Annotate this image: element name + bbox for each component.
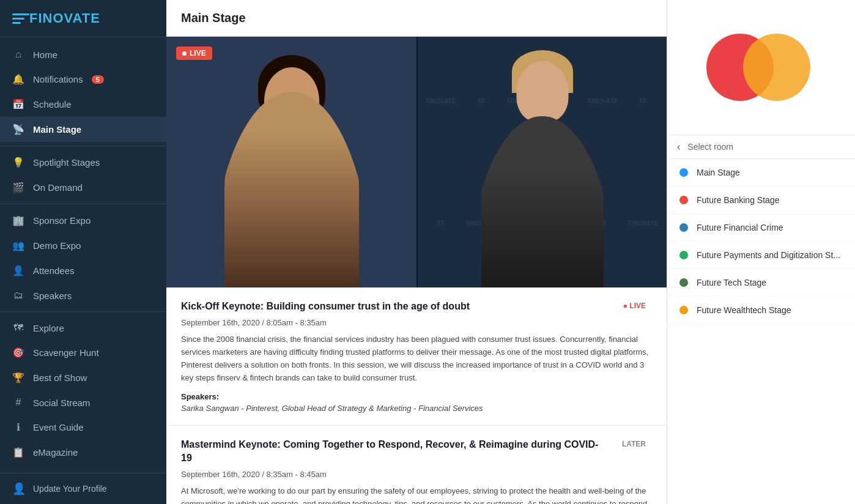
session-desc-1: Since the 2008 financial crisis, the fin…: [181, 333, 652, 384]
content-area: Main Stage FINOVATE: [166, 0, 855, 504]
sidebar-item-emagazine[interactable]: 📋 eMagazine: [0, 440, 166, 465]
page-title: Main Stage: [166, 0, 667, 37]
sidebar-item-label: Explore: [33, 323, 64, 333]
video-left: [166, 37, 416, 287]
sidebar-item-scavenger[interactable]: 🎯 Scavenger Hunt: [0, 340, 166, 365]
session-speakers-name-1: Sarika Sangwan - Pinterest, Global Head …: [181, 404, 652, 413]
notification-badge: 5: [92, 75, 104, 84]
session-speakers-label-1: Speakers:: [181, 392, 652, 401]
room-item-future-banking[interactable]: Future Banking Stage: [667, 187, 855, 214]
spotlight-icon: 💡: [12, 157, 24, 168]
session-time-1: September 16th, 2020 / 8:05am - 8:35am: [181, 318, 652, 327]
sponsor-logo: [667, 0, 855, 135]
demo-icon: 👥: [12, 240, 24, 251]
room-item-future-tech[interactable]: Future Tech Stage: [667, 269, 855, 297]
room-name-future-banking: Future Banking Stage: [697, 195, 779, 205]
broadcast-icon: 📡: [12, 124, 24, 135]
sidebar-item-attendees[interactable]: 👤 Attendees: [0, 258, 166, 283]
sidebar-item-label: Social Stream: [33, 398, 90, 408]
session-card-1: Kick-Off Keynote: Building consumer trus…: [166, 287, 667, 426]
explore-icon: 🗺: [12, 322, 24, 333]
nav-divider-2: [0, 204, 166, 204]
sidebar-item-on-demand[interactable]: 🎬 On Demand: [0, 175, 166, 200]
sidebar-item-label: Schedule: [33, 99, 72, 109]
person-face-right: [516, 61, 568, 122]
video-right: FINOVATE FF FINOVATE FF FINOVATE FF FF F…: [416, 37, 667, 287]
scavenger-icon: 🎯: [12, 347, 24, 358]
info-icon: ℹ: [12, 421, 24, 433]
nav-divider-1: [0, 146, 166, 146]
room-dot-future-wealthtech: [679, 306, 688, 314]
sidebar-item-demo-expo[interactable]: 👥 Demo Expo: [0, 233, 166, 258]
sidebar-item-home[interactable]: ⌂ Home: [0, 42, 166, 67]
session-status-1: LIVE: [617, 300, 652, 312]
update-profile-button[interactable]: 👤 Update Your Profile: [0, 473, 166, 504]
sidebar-item-label: Scavenger Hunt: [33, 347, 99, 358]
room-dot-future-banking: [679, 196, 688, 204]
attendees-icon: 👤: [12, 265, 24, 276]
room-name-future-tech: Future Tech Stage: [697, 278, 766, 287]
right-panel: ‹ Select room Main Stage Future Banking …: [667, 0, 855, 504]
room-dot-future-tech: [679, 278, 688, 287]
session-title-1: Kick-Off Keynote: Building consumer trus…: [181, 300, 617, 313]
nav-section-top: ⌂ Home 🔔 Notifications 5 📅 Schedule 📡 Ma…: [0, 37, 166, 473]
magazine-icon: 📋: [12, 447, 24, 458]
sidebar-item-label: Speakers: [33, 291, 72, 301]
select-room-label: Select room: [687, 142, 845, 152]
video-background: FINOVATE FF FINOVATE FF FINOVATE FF FF F…: [166, 37, 667, 287]
sidebar-item-speakers[interactable]: 🗂 Speakers: [0, 283, 166, 308]
main-content: Main Stage FINOVATE: [166, 0, 855, 504]
bell-icon: 🔔: [12, 73, 24, 85]
profile-label: Update Your Profile: [33, 484, 107, 494]
sidebar-item-best-of-show[interactable]: 🏆 Best of Show: [0, 365, 166, 390]
sidebar-item-social-stream[interactable]: # Social Stream: [0, 390, 166, 415]
room-list: Main Stage Future Banking Stage Future F…: [667, 159, 855, 504]
calendar-icon: 📅: [12, 98, 24, 110]
sidebar-item-label: Main Stage: [33, 124, 81, 135]
sidebar-item-main-stage[interactable]: 📡 Main Stage: [0, 117, 166, 142]
chevron-left-icon: ‹: [677, 141, 680, 152]
room-item-future-payments[interactable]: Future Payments and Digitization St...: [667, 242, 855, 269]
sidebar-item-spotlight[interactable]: 💡 Spotlight Stages: [0, 150, 166, 175]
sidebar-item-label: Sponsor Expo: [33, 215, 91, 226]
video-splits: FINOVATE FF FINOVATE FF FINOVATE FF FF F…: [166, 37, 667, 287]
sidebar: FINOVATE ⌂ Home 🔔 Notifications 5 📅 Sche…: [0, 0, 166, 504]
home-icon: ⌂: [12, 49, 24, 60]
video-icon: 🎬: [12, 182, 24, 193]
room-selector[interactable]: ‹ Select room: [667, 135, 855, 159]
sidebar-item-explore[interactable]: 🗺 Explore: [0, 316, 166, 340]
session-card-2: Mastermind Keynote: Coming Together to R…: [166, 426, 667, 504]
room-item-future-wealthtech[interactable]: Future Wealthtech Stage: [667, 297, 855, 324]
room-item-future-financial-crime[interactable]: Future Financial Crime: [667, 214, 855, 242]
sidebar-item-label: Best of Show: [33, 372, 87, 383]
room-name-future-wealthtech: Future Wealthtech Stage: [697, 305, 791, 315]
sidebar-item-schedule[interactable]: 📅 Schedule: [0, 92, 166, 117]
mc-circle-orange: [743, 34, 810, 101]
session-desc-2: At Microsoft, we're working to do our pa…: [181, 485, 652, 504]
nav-divider-3: [0, 311, 166, 312]
center-panel: Main Stage FINOVATE: [166, 0, 667, 504]
speakers-icon: 🗂: [12, 290, 24, 301]
session-header-2: Mastermind Keynote: Coming Together to R…: [181, 438, 652, 465]
sidebar-item-event-guide[interactable]: ℹ Event Guide: [0, 415, 166, 440]
session-header-1: Kick-Off Keynote: Building consumer trus…: [181, 300, 652, 313]
logo-area: FINOVATE: [0, 0, 166, 37]
room-name-future-financial-crime: Future Financial Crime: [697, 223, 783, 232]
trophy-icon: 🏆: [12, 372, 24, 384]
sidebar-item-sponsor-expo[interactable]: 🏢 Sponsor Expo: [0, 208, 166, 233]
sponsor-icon: 🏢: [12, 215, 24, 226]
live-label: LIVE: [190, 49, 206, 57]
sidebar-item-label: Spotlight Stages: [33, 157, 100, 168]
sidebar-item-notifications[interactable]: 🔔 Notifications 5: [0, 67, 166, 92]
video-player[interactable]: FINOVATE FF FINOVATE FF FINOVATE FF FF F…: [166, 37, 667, 287]
sidebar-item-label: Demo Expo: [33, 240, 81, 251]
session-title-2: Mastermind Keynote: Coming Together to R…: [181, 438, 616, 465]
sidebar-item-label: eMagazine: [33, 447, 78, 458]
room-dot-main-stage: [679, 168, 688, 177]
logo-text: FINOVATE: [29, 10, 100, 26]
room-item-main-stage[interactable]: Main Stage: [667, 159, 855, 187]
room-name-main-stage: Main Stage: [697, 168, 740, 177]
sidebar-item-label: Notifications: [33, 74, 83, 84]
person-silhouette-left: [224, 92, 359, 287]
sidebar-item-label: Event Guide: [33, 422, 84, 432]
